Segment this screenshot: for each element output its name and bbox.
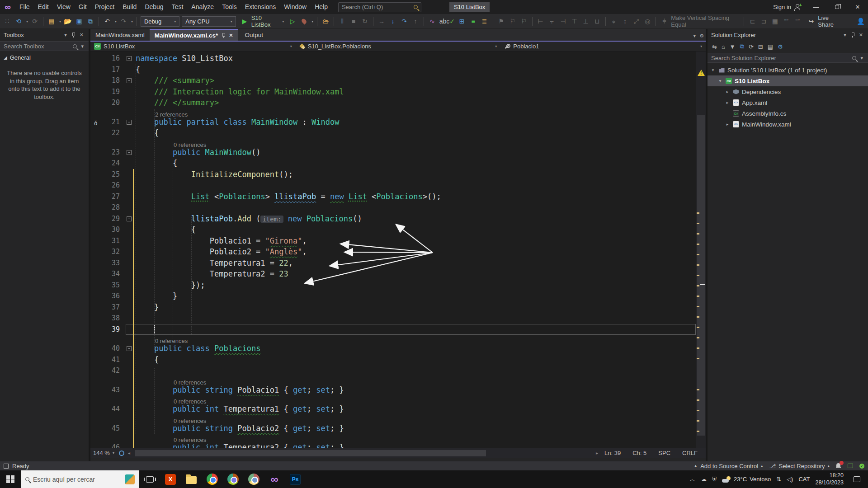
tree-item-solution-s10-listbox-1-of-1-project[interactable]: ▾Solution 'S10 ListBox' (1 of 1 project): [708, 65, 868, 75]
code-map-button[interactable]: ∿: [428, 16, 437, 27]
chrome-icon[interactable]: [202, 470, 222, 488]
menu-debug[interactable]: Debug: [141, 0, 167, 14]
fold-collapse-icon[interactable]: −: [127, 78, 132, 83]
menu-file[interactable]: File: [15, 0, 34, 14]
save-button[interactable]: ▣: [75, 16, 84, 27]
quote-style-1-button[interactable]: “”: [782, 16, 791, 27]
menu-analyze[interactable]: Analyze: [187, 0, 218, 14]
minimize-button[interactable]: —: [806, 0, 826, 14]
scroll-right-arrow[interactable]: ▸: [594, 450, 600, 455]
breadcrumb-project[interactable]: C# S10 ListBox ▾: [90, 42, 296, 51]
make-vertical-spacing-equal-button[interactable]: Make Vertical Spacing Equal: [671, 14, 740, 28]
breadcrumb-member[interactable]: Poblacio1 ▾: [500, 42, 706, 51]
solution-explorer-search-input[interactable]: Search Solution Explorer ▾: [708, 53, 868, 63]
fold-collapse-icon[interactable]: −: [127, 120, 132, 125]
redo-button[interactable]: ↷: [119, 16, 128, 27]
tree-expand-icon[interactable]: ▾: [710, 68, 716, 72]
show-all-files-icon[interactable]: ▤: [768, 43, 773, 50]
menu-view[interactable]: View: [53, 0, 75, 14]
restart-button[interactable]: ↻: [360, 16, 369, 27]
align-middles-button[interactable]: ⊥: [581, 16, 590, 27]
tab-mainwindow-xaml[interactable]: MainWindow.xaml: [90, 29, 150, 41]
live-share-button[interactable]: ↪ Live Share: [807, 14, 843, 28]
notifications-button[interactable]: [836, 463, 841, 469]
navigate-forward-button[interactable]: ⟳: [30, 16, 39, 27]
pin-icon[interactable]: [850, 33, 855, 37]
breadcrumb-type[interactable]: S10_ListBox.Poblacions ▾: [296, 42, 501, 51]
tree-expand-icon[interactable]: ▸: [725, 122, 730, 127]
pin-tab-icon[interactable]: [221, 33, 226, 38]
tab-output[interactable]: Output: [240, 29, 268, 41]
tree-item-dependencies[interactable]: ▸Dependencies: [708, 86, 868, 97]
taskbar-clock[interactable]: 18:20 28/10/2023: [815, 472, 844, 486]
browser-icon-3[interactable]: [243, 470, 264, 488]
tree-expand-icon[interactable]: ▾: [717, 79, 723, 83]
quick-search-input[interactable]: Search (Ctrl+Q): [338, 2, 421, 12]
file-explorer-icon[interactable]: [181, 470, 202, 488]
code-editor[interactable]: 16−namespace S10_ListBox17{18− /// <summ…: [90, 52, 706, 448]
make-same-size-button[interactable]: ⤢: [632, 16, 641, 27]
security-icon[interactable]: ⛨: [712, 476, 717, 483]
tree-expand-icon[interactable]: ▸: [725, 89, 730, 94]
image-button[interactable]: ▦: [770, 16, 779, 27]
hidden-icons-chevron[interactable]: ︿: [689, 475, 695, 483]
next-bookmark-button[interactable]: ⚐: [519, 16, 528, 27]
close-tab-icon[interactable]: ✕: [229, 33, 233, 38]
chevron-down-icon[interactable]: ▾: [842, 32, 848, 38]
step-over-button[interactable]: ↷: [400, 16, 409, 27]
visual-studio-icon[interactable]: ∞: [264, 470, 285, 488]
network-icon[interactable]: ⇅: [776, 476, 781, 483]
tree-expand-icon[interactable]: ▸: [725, 100, 730, 105]
eol-status[interactable]: CRLF: [682, 450, 698, 456]
filter-icon[interactable]: ▼: [730, 43, 736, 50]
stop-debugging-button[interactable]: ■: [349, 16, 358, 27]
undo-button[interactable]: ↶: [103, 16, 112, 27]
menu-extensions[interactable]: Extensions: [241, 0, 280, 14]
show-next-statement-button[interactable]: →: [377, 16, 386, 27]
vertical-scrollbar[interactable]: [696, 52, 706, 448]
start-debugging-button[interactable]: ▶ S10 ListBox ▾: [238, 14, 286, 28]
restore-button[interactable]: [826, 0, 847, 14]
tree-item-assemblyinfo-cs[interactable]: C#AssemblyInfo.cs: [708, 108, 868, 119]
zoom-level-dropdown[interactable]: 144 % ▾: [90, 450, 117, 456]
menu-tools[interactable]: Tools: [218, 0, 241, 14]
select-repository-button[interactable]: ⎇ Select Repository ▴: [769, 463, 830, 469]
tab-list-chevron-icon[interactable]: ▾: [693, 33, 696, 39]
collapse-all-icon[interactable]: ⊟: [758, 43, 763, 50]
dock-left-button[interactable]: ⊏: [748, 16, 757, 27]
horizontal-scrollbar[interactable]: [132, 448, 594, 458]
document-health-icon[interactable]: [119, 450, 124, 456]
new-project-button[interactable]: ▤: [47, 16, 56, 27]
align-tops-button[interactable]: ⊤: [570, 16, 579, 27]
task-view-button[interactable]: [139, 470, 160, 488]
platform-dropdown[interactable]: Any CPU▾: [182, 16, 236, 27]
dock-right-button[interactable]: ⊐: [759, 16, 768, 27]
close-button[interactable]: ✕: [847, 0, 868, 14]
editor-options-icon[interactable]: ⚙: [699, 33, 704, 39]
taskbar-search-input[interactable]: Escriu aquí per cercar: [21, 470, 139, 488]
volume-icon[interactable]: ◁): [787, 476, 793, 483]
format-outdent-button[interactable]: ≣: [480, 16, 489, 27]
align-centers-button[interactable]: ⫟: [547, 16, 557, 27]
refresh-icon[interactable]: ⟳: [749, 43, 754, 50]
space-status[interactable]: SPC: [658, 450, 670, 456]
fold-collapse-icon[interactable]: −: [127, 150, 132, 155]
bookmark-button[interactable]: ⚑: [497, 16, 506, 27]
make-same-width-button[interactable]: ⁎: [609, 16, 618, 27]
fold-collapse-icon[interactable]: −: [127, 216, 132, 221]
find-in-files-button[interactable]: 🗁: [321, 16, 330, 27]
home-icon[interactable]: ⌂: [722, 43, 725, 50]
sign-in-button[interactable]: Sign in +: [768, 4, 806, 10]
save-all-button[interactable]: ⧉: [86, 16, 95, 27]
fold-collapse-icon[interactable]: −: [127, 346, 132, 351]
lock-controls-button[interactable]: ◎: [643, 16, 652, 27]
onedrive-icon[interactable]: ☁: [701, 476, 707, 483]
menu-edit[interactable]: Edit: [34, 0, 53, 14]
office-icon[interactable]: X: [160, 470, 181, 488]
tree-item-app-xaml[interactable]: ▸App.xaml: [708, 97, 868, 108]
properties-icon[interactable]: ⚙: [778, 43, 783, 50]
align-rights-button[interactable]: ⊣: [559, 16, 568, 27]
menu-project[interactable]: Project: [91, 0, 119, 14]
menu-build[interactable]: Build: [118, 0, 141, 14]
align-bottoms-button[interactable]: ⊔: [593, 16, 602, 27]
